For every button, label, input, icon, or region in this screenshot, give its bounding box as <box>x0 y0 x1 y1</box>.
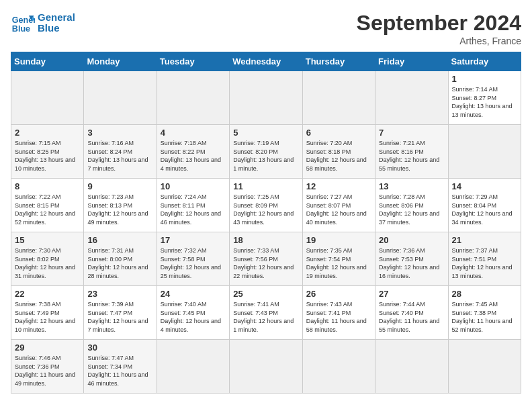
day-info: Sunrise: 7:28 AMSunset: 8:06 PMDaylight:… <box>379 193 444 226</box>
week-row-6: 29Sunrise: 7:46 AMSunset: 7:36 PMDayligh… <box>11 340 521 394</box>
day-number: 19 <box>306 235 371 245</box>
calendar-cell: 21Sunrise: 7:37 AMSunset: 7:51 PMDayligh… <box>448 232 521 286</box>
day-info: Sunrise: 7:15 AMSunset: 8:25 PMDaylight:… <box>15 139 80 173</box>
calendar-cell <box>157 71 229 125</box>
calendar-cell: 3Sunrise: 7:16 AMSunset: 8:24 PMDaylight… <box>84 125 157 179</box>
day-number: 21 <box>452 235 517 245</box>
day-number: 27 <box>379 289 444 299</box>
day-info: Sunrise: 7:22 AMSunset: 8:15 PMDaylight:… <box>15 193 80 226</box>
col-header-tuesday: Tuesday <box>157 52 229 71</box>
day-info: Sunrise: 7:18 AMSunset: 8:22 PMDaylight:… <box>161 139 226 173</box>
day-info: Sunrise: 7:40 AMSunset: 7:45 PMDaylight:… <box>161 300 226 334</box>
day-info: Sunrise: 7:30 AMSunset: 8:02 PMDaylight:… <box>15 246 80 280</box>
calendar-cell: 4Sunrise: 7:18 AMSunset: 8:22 PMDaylight… <box>157 125 229 179</box>
month-title: September 2024 <box>357 11 521 36</box>
day-number: 26 <box>306 289 371 299</box>
calendar-cell: 13Sunrise: 7:28 AMSunset: 8:06 PMDayligh… <box>375 179 448 232</box>
calendar-cell: 23Sunrise: 7:39 AMSunset: 7:47 PMDayligh… <box>84 286 157 340</box>
day-number: 14 <box>452 181 517 191</box>
day-info: Sunrise: 7:35 AMSunset: 7:54 PMDaylight:… <box>306 246 371 280</box>
calendar-cell <box>375 71 448 125</box>
day-number: 3 <box>87 128 152 138</box>
day-info: Sunrise: 7:31 AMSunset: 8:00 PMDaylight:… <box>87 246 152 280</box>
calendar-cell <box>11 71 84 125</box>
calendar-cell <box>302 71 375 125</box>
day-number: 24 <box>161 289 226 299</box>
calendar-cell <box>302 340 375 394</box>
day-number: 7 <box>379 128 444 138</box>
calendar-cell: 18Sunrise: 7:33 AMSunset: 7:56 PMDayligh… <box>230 232 302 286</box>
calendar-cell: 15Sunrise: 7:30 AMSunset: 8:02 PMDayligh… <box>11 232 84 286</box>
calendar-cell <box>448 340 521 394</box>
title-block: September 2024 Arthes, France <box>357 11 521 46</box>
day-number: 20 <box>379 235 444 245</box>
calendar-cell: 20Sunrise: 7:36 AMSunset: 7:53 PMDayligh… <box>375 232 448 286</box>
calendar-cell: 14Sunrise: 7:29 AMSunset: 8:04 PMDayligh… <box>448 179 521 232</box>
calendar-cell <box>230 71 302 125</box>
day-info: Sunrise: 7:21 AMSunset: 8:16 PMDaylight:… <box>379 139 444 173</box>
day-number: 29 <box>15 342 80 353</box>
calendar-table: SundayMondayTuesdayWednesdayThursdayFrid… <box>11 52 521 394</box>
day-info: Sunrise: 7:37 AMSunset: 7:51 PMDaylight:… <box>452 246 517 280</box>
logo-text-line1: General <box>38 12 75 24</box>
col-header-wednesday: Wednesday <box>230 52 302 71</box>
calendar-cell: 16Sunrise: 7:31 AMSunset: 8:00 PMDayligh… <box>84 232 157 286</box>
day-info: Sunrise: 7:46 AMSunset: 7:36 PMDaylight:… <box>15 354 80 387</box>
day-number: 2 <box>15 128 80 138</box>
logo: General Blue General Blue <box>11 11 75 35</box>
day-number: 18 <box>233 235 298 245</box>
svg-text:Blue: Blue <box>12 24 30 34</box>
day-info: Sunrise: 7:25 AMSunset: 8:09 PMDaylight:… <box>233 193 298 226</box>
day-number: 4 <box>161 128 226 138</box>
day-info: Sunrise: 7:16 AMSunset: 8:24 PMDaylight:… <box>87 139 152 173</box>
day-number: 16 <box>87 235 152 245</box>
calendar-cell <box>84 71 157 125</box>
day-info: Sunrise: 7:39 AMSunset: 7:47 PMDaylight:… <box>87 300 152 334</box>
calendar-cell: 11Sunrise: 7:25 AMSunset: 8:09 PMDayligh… <box>230 179 302 232</box>
col-header-sunday: Sunday <box>11 52 84 71</box>
logo-icon: General Blue <box>11 11 35 35</box>
week-row-2: 2Sunrise: 7:15 AMSunset: 8:25 PMDaylight… <box>11 125 521 179</box>
day-number: 9 <box>87 181 152 191</box>
day-info: Sunrise: 7:20 AMSunset: 8:18 PMDaylight:… <box>306 139 371 173</box>
day-number: 13 <box>379 181 444 191</box>
calendar-cell <box>448 125 521 179</box>
calendar-cell: 7Sunrise: 7:21 AMSunset: 8:16 PMDaylight… <box>375 125 448 179</box>
day-info: Sunrise: 7:24 AMSunset: 8:11 PMDaylight:… <box>161 193 226 226</box>
calendar-cell: 25Sunrise: 7:41 AMSunset: 7:43 PMDayligh… <box>230 286 302 340</box>
calendar-cell: 5Sunrise: 7:19 AMSunset: 8:20 PMDaylight… <box>230 125 302 179</box>
day-info: Sunrise: 7:27 AMSunset: 8:07 PMDaylight:… <box>306 193 371 226</box>
col-header-saturday: Saturday <box>448 52 521 71</box>
day-info: Sunrise: 7:23 AMSunset: 8:13 PMDaylight:… <box>87 193 152 226</box>
location: Arthes, France <box>357 36 521 46</box>
day-number: 25 <box>233 289 298 299</box>
week-row-1: 1Sunrise: 7:14 AMSunset: 8:27 PMDaylight… <box>11 71 521 125</box>
day-info: Sunrise: 7:45 AMSunset: 7:38 PMDaylight:… <box>452 300 517 334</box>
day-number: 30 <box>87 342 152 353</box>
calendar-cell <box>230 340 302 394</box>
calendar-cell <box>375 340 448 394</box>
day-info: Sunrise: 7:38 AMSunset: 7:49 PMDaylight:… <box>15 300 80 334</box>
day-info: Sunrise: 7:44 AMSunset: 7:40 PMDaylight:… <box>379 300 444 334</box>
day-number: 1 <box>452 74 517 84</box>
calendar-cell: 17Sunrise: 7:32 AMSunset: 7:58 PMDayligh… <box>157 232 229 286</box>
day-number: 10 <box>161 181 226 191</box>
col-header-thursday: Thursday <box>302 52 375 71</box>
week-row-5: 22Sunrise: 7:38 AMSunset: 7:49 PMDayligh… <box>11 286 521 340</box>
calendar-cell: 27Sunrise: 7:44 AMSunset: 7:40 PMDayligh… <box>375 286 448 340</box>
day-number: 5 <box>233 128 298 138</box>
day-info: Sunrise: 7:14 AMSunset: 8:27 PMDaylight:… <box>452 85 517 119</box>
day-number: 22 <box>15 289 80 299</box>
calendar-cell: 28Sunrise: 7:45 AMSunset: 7:38 PMDayligh… <box>448 286 521 340</box>
calendar-cell: 12Sunrise: 7:27 AMSunset: 8:07 PMDayligh… <box>302 179 375 232</box>
day-number: 6 <box>306 128 371 138</box>
day-info: Sunrise: 7:32 AMSunset: 7:58 PMDaylight:… <box>161 246 226 280</box>
logo-text-line2: Blue <box>38 23 75 34</box>
day-info: Sunrise: 7:36 AMSunset: 7:53 PMDaylight:… <box>379 246 444 280</box>
col-header-friday: Friday <box>375 52 448 71</box>
calendar-cell: 29Sunrise: 7:46 AMSunset: 7:36 PMDayligh… <box>11 340 84 394</box>
day-number: 17 <box>161 235 226 245</box>
week-row-4: 15Sunrise: 7:30 AMSunset: 8:02 PMDayligh… <box>11 232 521 286</box>
calendar-cell: 9Sunrise: 7:23 AMSunset: 8:13 PMDaylight… <box>84 179 157 232</box>
day-number: 23 <box>87 289 152 299</box>
